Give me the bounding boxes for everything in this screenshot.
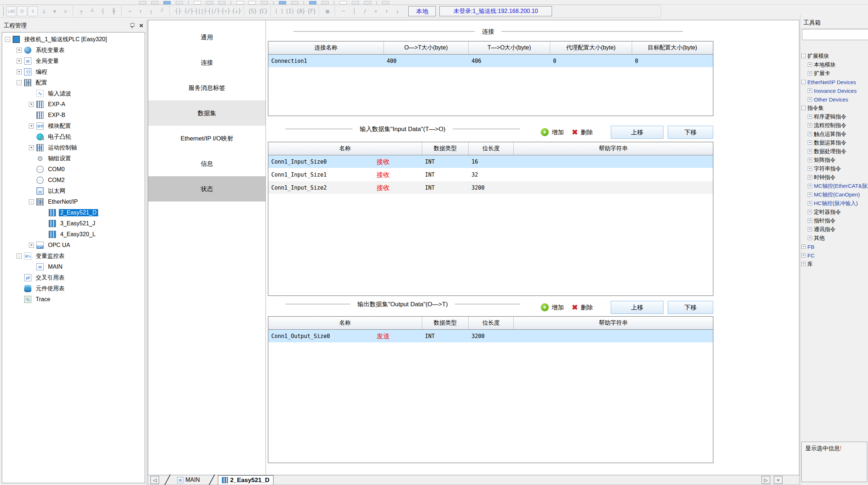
- expander-icon[interactable]: -: [801, 80, 806, 84]
- add-icon[interactable]: +: [541, 128, 549, 136]
- toolbox-filter-input[interactable]: [802, 29, 868, 40]
- expander-icon[interactable]: -: [29, 199, 34, 204]
- expander-icon[interactable]: +: [808, 140, 812, 145]
- ladder-tool-icon[interactable]: {F}: [306, 6, 317, 16]
- tree-item[interactable]: 以太网: [2, 186, 145, 196]
- dataset-row[interactable]: Conn1_Input_Size1接收 INT 32: [268, 168, 713, 181]
- ladder-tool-icon[interactable]: S: [28, 6, 38, 16]
- tree-item[interactable]: + OPC UA: [2, 240, 145, 251]
- tree-item[interactable]: + ≡ 全局变量: [2, 56, 145, 66]
- delete-row-button[interactable]: 删除: [581, 303, 593, 312]
- tree-item[interactable]: + ⚙ 运动控制轴: [2, 142, 145, 153]
- move-up-button[interactable]: 上移: [611, 126, 663, 139]
- expander-icon[interactable]: +: [808, 184, 812, 188]
- ladder-tool-icon[interactable]: ┤||├: [194, 6, 207, 16]
- document-tab[interactable]: 2_Easy521_D: [218, 475, 273, 485]
- ladder-tool-icon[interactable]: ┤/├: [183, 6, 194, 16]
- ladder-tool-icon[interactable]: Ⓢ: [17, 6, 27, 16]
- tree-item[interactable]: - 接收机_1_输送线PLC [Easy320]: [2, 34, 145, 45]
- tree-item[interactable]: ⋯ COM0: [2, 164, 145, 175]
- ladder-tool-icon[interactable]: ┴: [87, 6, 97, 16]
- toolbox-tree-item[interactable]: + Inovance Devices: [801, 86, 868, 95]
- toolbox-tree-item[interactable]: + 字符串指令: [801, 164, 868, 173]
- expander-icon[interactable]: +: [808, 218, 812, 223]
- pin-icon[interactable]: [130, 23, 134, 28]
- toolbox-tree-item[interactable]: + 矩阵指令: [801, 156, 868, 164]
- toolbox-tree-item[interactable]: - 指令集: [801, 104, 868, 112]
- ladder-tool-icon[interactable]: ↓: [392, 6, 403, 16]
- toolbox-tree-item[interactable]: - EtherNet/IP Devices: [801, 78, 868, 86]
- tree-item[interactable]: - ⚙ 配置: [2, 77, 145, 88]
- ladder-tool-icon[interactable]: {S}: [247, 6, 258, 16]
- tree-item[interactable]: ∿ Trace: [2, 294, 145, 305]
- connection-row[interactable]: Connection1 400 406 0 0: [268, 55, 713, 68]
- tree-item[interactable]: + EXP-A: [2, 99, 145, 110]
- ladder-tool-icon[interactable]: │: [348, 6, 359, 16]
- config-tab[interactable]: 状态: [148, 176, 266, 202]
- ladder-tool-icon[interactable]: ┤├: [172, 6, 183, 16]
- toolbox-tree-item[interactable]: + FB: [801, 242, 868, 251]
- ladder-tool-icon[interactable]: [121, 6, 122, 17]
- expander-icon[interactable]: +: [808, 201, 812, 205]
- ladder-tool-icon[interactable]: [335, 6, 336, 17]
- expander-icon[interactable]: +: [17, 48, 22, 53]
- config-tab[interactable]: 服务消息标签: [148, 75, 266, 100]
- expander-icon[interactable]: -: [5, 37, 10, 42]
- ladder-tool-icon[interactable]: [271, 6, 271, 17]
- scroll-tabs-right-button[interactable]: ▷: [762, 476, 770, 484]
- dataset-row[interactable]: Conn1_Input_Size2接收 INT 3200: [268, 181, 713, 194]
- tree-item[interactable]: 元件使用表: [2, 283, 145, 294]
- toolbox-tree-item[interactable]: + FC: [801, 251, 868, 260]
- ladder-tool-icon[interactable]: [319, 6, 320, 17]
- toolbox-tree-item[interactable]: + 其他: [801, 234, 868, 242]
- dataset-row[interactable]: Conn1_Input_Size0接收 INT 16: [268, 155, 713, 168]
- expander-icon[interactable]: +: [808, 123, 812, 127]
- ladder-tool-icon[interactable]: ⊥: [38, 6, 49, 16]
- expander-icon[interactable]: +: [17, 59, 22, 64]
- config-tab[interactable]: 通用: [148, 25, 266, 50]
- local-mode-button[interactable]: 本地: [408, 6, 436, 16]
- toolbox-tree-item[interactable]: + MC轴控(EtherCAT&脉冲): [801, 182, 868, 190]
- expander-icon[interactable]: -: [17, 254, 22, 259]
- tree-item[interactable]: ⋯ COM2: [2, 175, 145, 186]
- tree-item[interactable]: 2_Easy521_D: [2, 207, 145, 218]
- ladder-tool-icon[interactable]: ∗: [370, 6, 381, 16]
- expander-icon[interactable]: +: [808, 166, 812, 171]
- toolbox-tree-item[interactable]: + 定时器指令: [801, 208, 868, 216]
- ladder-tool-icon[interactable]: [244, 6, 245, 17]
- ladder-tool-icon[interactable]: [73, 6, 74, 17]
- tree-item[interactable]: ∿ 输入滤波: [2, 88, 145, 99]
- expander-icon[interactable]: +: [808, 62, 812, 67]
- ladder-tool-icon[interactable]: ┬: [76, 6, 87, 16]
- toolbox-tree-item[interactable]: + 库: [801, 260, 868, 268]
- tree-item[interactable]: - ≣∿ 变量监控表: [2, 251, 145, 261]
- expander-icon[interactable]: +: [29, 243, 34, 248]
- toolbox-tree-item[interactable]: + 数据处理指令: [801, 147, 868, 156]
- move-down-button[interactable]: 下移: [668, 126, 713, 139]
- expander-icon[interactable]: +: [808, 132, 812, 136]
- expander-icon[interactable]: +: [17, 69, 22, 74]
- add-icon[interactable]: +: [541, 303, 549, 311]
- tree-item[interactable]: ⚙ 轴组设置: [2, 153, 145, 164]
- expander-icon[interactable]: +: [808, 175, 812, 179]
- expander-icon[interactable]: +: [808, 97, 812, 101]
- expander-icon[interactable]: -: [17, 80, 22, 85]
- toolbox-tree-item[interactable]: + MC轴控(CanOpen): [801, 190, 868, 199]
- ladder-tool-icon[interactable]: ┤|/├: [207, 6, 220, 16]
- toolbox-tree-item[interactable]: + 流程控制指令: [801, 121, 868, 130]
- tree-item[interactable]: + ┤├ 编程: [2, 66, 145, 77]
- tree-item[interactable]: ⇄ 交叉引用表: [2, 272, 145, 283]
- ladder-tool-icon[interactable]: [170, 6, 170, 17]
- ladder-tool-icon[interactable]: {A}: [295, 6, 306, 16]
- toolbox-tree-item[interactable]: + Other Devices: [801, 95, 868, 104]
- ladder-tool-icon[interactable]: ─: [338, 6, 348, 16]
- expander-icon[interactable]: +: [801, 262, 806, 266]
- ladder-tool-icon[interactable]: ╫: [108, 6, 119, 16]
- toolbox-tree-item[interactable]: + 程序逻辑指令: [801, 112, 868, 121]
- toolbox-tree-item[interactable]: + 指针指令: [801, 216, 868, 225]
- ladder-tool-icon[interactable]: {C}: [258, 6, 268, 16]
- expander-icon[interactable]: +: [808, 114, 812, 119]
- ladder-tool-icon[interactable]: ┘: [157, 6, 167, 16]
- tree-item[interactable]: 4_Easy320_L: [2, 229, 145, 240]
- scroll-tabs-left-button[interactable]: ◁: [150, 476, 159, 484]
